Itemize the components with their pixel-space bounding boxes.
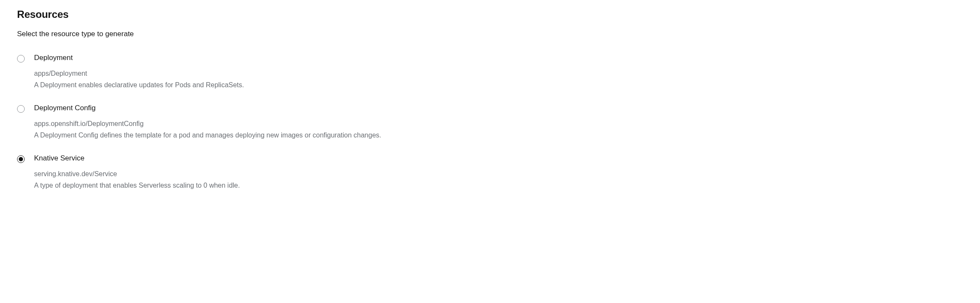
section-subtitle: Select the resource type to generate	[17, 30, 963, 38]
radio-body: Deployment Config apps.openshift.io/Depl…	[34, 104, 963, 140]
option-description: A type of deployment that enables Server…	[34, 180, 963, 191]
radio-body: Knative Service serving.knative.dev/Serv…	[34, 154, 963, 191]
radio-icon[interactable]	[17, 105, 25, 113]
option-description: A Deployment enables declarative updates…	[34, 80, 963, 90]
radio-body: Deployment apps/Deployment A Deployment …	[34, 54, 963, 90]
option-api: serving.knative.dev/Service	[34, 170, 963, 178]
resource-option-deployment-config[interactable]: Deployment Config apps.openshift.io/Depl…	[17, 104, 963, 140]
option-api: apps/Deployment	[34, 70, 963, 77]
resource-option-knative-service[interactable]: Knative Service serving.knative.dev/Serv…	[17, 154, 963, 191]
option-description: A Deployment Config defines the template…	[34, 130, 963, 140]
option-label: Deployment Config	[34, 104, 963, 112]
radio-icon[interactable]	[17, 155, 25, 163]
option-label: Knative Service	[34, 154, 963, 163]
section-title: Resources	[17, 9, 963, 20]
resource-option-deployment[interactable]: Deployment apps/Deployment A Deployment …	[17, 54, 963, 90]
radio-icon[interactable]	[17, 55, 25, 63]
option-label: Deployment	[34, 54, 963, 62]
option-api: apps.openshift.io/DeploymentConfig	[34, 120, 963, 128]
